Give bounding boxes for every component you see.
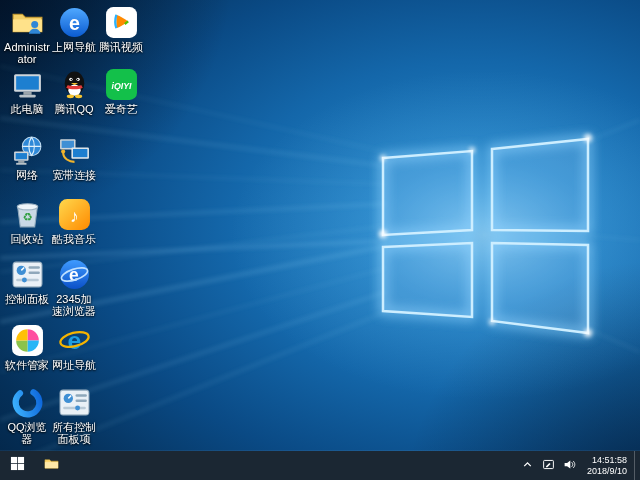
- qq-penguin-icon: [58, 68, 91, 101]
- desktop-icon-network[interactable]: 网络: [4, 134, 50, 181]
- network-icon: [11, 134, 44, 167]
- desktop-icon-broadband-connection[interactable]: 宽带连接: [51, 134, 97, 181]
- desktop-icon-software-manager[interactable]: 软件管家: [4, 324, 50, 371]
- hidden-icons-button[interactable]: [517, 451, 538, 480]
- show-desktop-button[interactable]: [634, 451, 640, 480]
- desktop-icon-tencent-qq[interactable]: 腾讯QQ: [51, 68, 97, 115]
- desktop-icon-label: 回收站: [4, 233, 50, 245]
- desktop-icon-label: 网址导航: [51, 359, 97, 371]
- broadband-icon: [58, 134, 91, 167]
- desktop-icon-label: QQ浏览器: [4, 421, 50, 445]
- system-tray: 14:51:58 2018/9/10: [517, 451, 640, 480]
- desktop-icon-label: 腾讯视频: [98, 41, 144, 53]
- file-explorer-icon: [44, 456, 59, 475]
- software-manager-icon: [11, 324, 44, 357]
- volume-tray-button[interactable]: [559, 451, 580, 480]
- desktop-icon-tencent-video[interactable]: 腾讯视频: [98, 6, 144, 53]
- user-folder-icon: [11, 6, 44, 39]
- file-explorer-taskbar-button[interactable]: [34, 451, 68, 480]
- pen-input-icon: [542, 457, 555, 475]
- desktop-icon-control-panel[interactable]: 控制面板: [4, 258, 50, 305]
- desktop-icon-label: 上网导航: [51, 41, 97, 53]
- this-pc-icon: [11, 68, 44, 101]
- svg-text:e: e: [69, 12, 80, 34]
- pen-input-tray-button[interactable]: [538, 451, 559, 480]
- desktop-icon-label: 此电脑: [4, 103, 50, 115]
- desktop-icon-all-control-panel-items[interactable]: 所有控制面板项: [51, 386, 97, 445]
- 2345-browser-icon: e: [58, 258, 91, 291]
- desktop-icon-label: 控制面板: [4, 293, 50, 305]
- volume-icon: [563, 457, 576, 475]
- tencent-video-icon: [105, 6, 138, 39]
- clock-date: 2018/9/10: [587, 466, 627, 477]
- tray-clock[interactable]: 14:51:58 2018/9/10: [580, 455, 634, 476]
- iqiyi-icon: iQIYI: [105, 68, 138, 101]
- desktop-icon-label: 腾讯QQ: [51, 103, 97, 115]
- qq-browser-icon: [11, 386, 44, 419]
- start-button[interactable]: [0, 451, 34, 480]
- taskbar: 14:51:58 2018/9/10: [0, 451, 640, 480]
- control-panel-items-icon: [58, 386, 91, 419]
- svg-text:iQIYI: iQIYI: [111, 81, 132, 91]
- kuwo-music-icon: ♪: [58, 198, 91, 231]
- desktop-icon-web-navigation[interactable]: e 上网导航: [51, 6, 97, 53]
- ie-icon: e: [58, 324, 91, 357]
- desktop-icon-administrator[interactable]: Administrator: [4, 6, 50, 65]
- browser-e-icon: e: [58, 6, 91, 39]
- desktop-icon-label: 2345加速浏览器: [51, 293, 97, 317]
- desktop-icon-url-navigation[interactable]: e 网址导航: [51, 324, 97, 371]
- desktop-icon-kuwo-music[interactable]: ♪ 酷我音乐: [51, 198, 97, 245]
- windows-start-icon: [10, 456, 25, 475]
- desktop-icon-qq-browser[interactable]: QQ浏览器: [4, 386, 50, 445]
- desktop-icon-label: 宽带连接: [51, 169, 97, 181]
- desktop-icon-2345-browser[interactable]: e 2345加速浏览器: [51, 258, 97, 317]
- chevron-up-icon: [521, 457, 534, 475]
- desktop-icon-recycle-bin[interactable]: ♻ 回收站: [4, 198, 50, 245]
- desktop-icon-label: 所有控制面板项: [51, 421, 97, 445]
- desktop-icon-label: 软件管家: [4, 359, 50, 371]
- desktop-icon-label: 酷我音乐: [51, 233, 97, 245]
- windows-desktop: Administrator e 上网导航 腾讯视频 此电脑 腾讯QQ iQIYI…: [0, 0, 640, 480]
- recycle-bin-icon: ♻: [11, 198, 44, 231]
- desktop-icon-label: 爱奇艺: [98, 103, 144, 115]
- desktop-icon-this-pc[interactable]: 此电脑: [4, 68, 50, 115]
- desktop-icon-iqiyi[interactable]: iQIYI 爱奇艺: [98, 68, 144, 115]
- svg-text:♻: ♻: [22, 211, 32, 223]
- desktop-icon-label: 网络: [4, 169, 50, 181]
- desktop-icon-label: Administrator: [4, 41, 50, 65]
- control-panel-icon: [11, 258, 44, 291]
- clock-time: 14:51:58: [587, 455, 627, 466]
- svg-text:♪: ♪: [70, 206, 79, 226]
